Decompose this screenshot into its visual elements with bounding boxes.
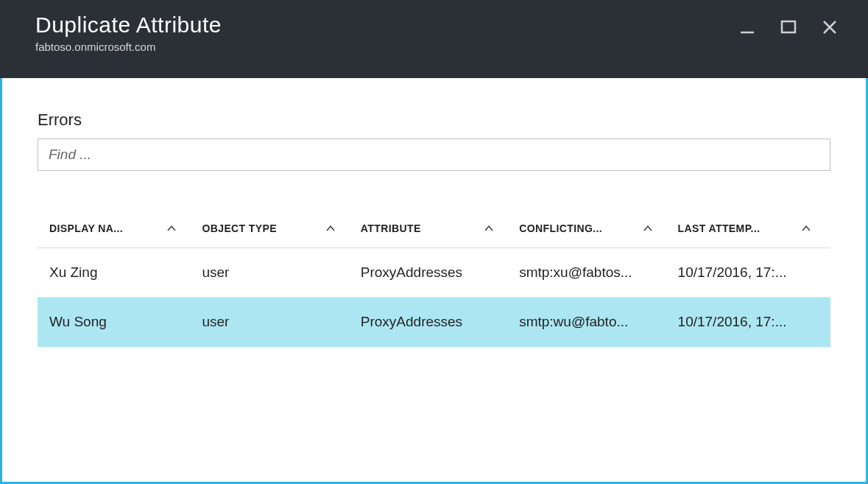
table-row[interactable]: Xu Zing user ProxyAddresses smtp:xu@fabt… [38,248,830,298]
content-inner: Errors DISPLAY NA... [2,78,866,347]
cell-attribute: ProxyAddresses [355,248,513,298]
col-object-type[interactable]: OBJECT TYPE [196,215,354,248]
window: Duplicate Attribute fabtoso.onmicrosoft.… [0,0,868,484]
col-conflicting[interactable]: CONFLICTING... [513,215,671,248]
maximize-button[interactable] [778,17,799,38]
col-last-attempt[interactable]: LAST ATTEMP... [672,215,830,248]
cell-last-attempt: 10/17/2016, 17:... [672,248,830,298]
chevron-up-icon [325,222,336,234]
cell-object-type: user [196,298,354,347]
table-body: Xu Zing user ProxyAddresses smtp:xu@fabt… [38,248,830,347]
minimize-button[interactable] [737,17,758,38]
page-title: Duplicate Attribute [35,13,222,38]
header-title-group: Duplicate Attribute fabtoso.onmicrosoft.… [35,13,222,53]
chevron-up-icon [801,222,811,234]
minimize-icon [739,19,755,35]
col-label: DISPLAY NA... [49,222,123,234]
errors-table-wrap: DISPLAY NA... OBJECT TYPE [38,215,830,347]
col-label: ATTRIBUTE [361,222,421,234]
svg-rect-1 [782,21,795,32]
chevron-up-icon [643,222,653,234]
content-frame: Errors DISPLAY NA... [0,78,868,484]
cell-attribute: ProxyAddresses [355,298,513,347]
maximize-icon [780,19,797,35]
chevron-up-icon [166,222,177,234]
cell-conflicting: smtp:xu@fabtos... [513,248,671,298]
cell-display-name: Wu Song [38,298,196,347]
col-label: LAST ATTEMP... [678,222,761,234]
close-icon [822,19,838,35]
col-label: CONFLICTING... [519,222,602,234]
col-label: OBJECT TYPE [202,222,277,234]
page-subtitle: fabtoso.onmicrosoft.com [35,41,222,53]
table-row[interactable]: Wu Song user ProxyAddresses smtp:wu@fabt… [38,298,830,347]
col-display-name[interactable]: DISPLAY NA... [38,215,196,248]
close-button[interactable] [819,17,840,38]
cell-display-name: Xu Zing [38,248,196,298]
search-input[interactable] [38,138,830,171]
cell-object-type: user [196,248,354,298]
section-title: Errors [38,111,830,130]
table-header-row: DISPLAY NA... OBJECT TYPE [38,215,830,248]
window-header: Duplicate Attribute fabtoso.onmicrosoft.… [0,2,868,78]
errors-table: DISPLAY NA... OBJECT TYPE [38,215,830,347]
cell-conflicting: smtp:wu@fabto... [513,298,671,347]
col-attribute[interactable]: ATTRIBUTE [355,215,513,248]
window-controls [737,17,840,38]
cell-last-attempt: 10/17/2016, 17:... [672,298,830,347]
chevron-up-icon [484,222,494,234]
